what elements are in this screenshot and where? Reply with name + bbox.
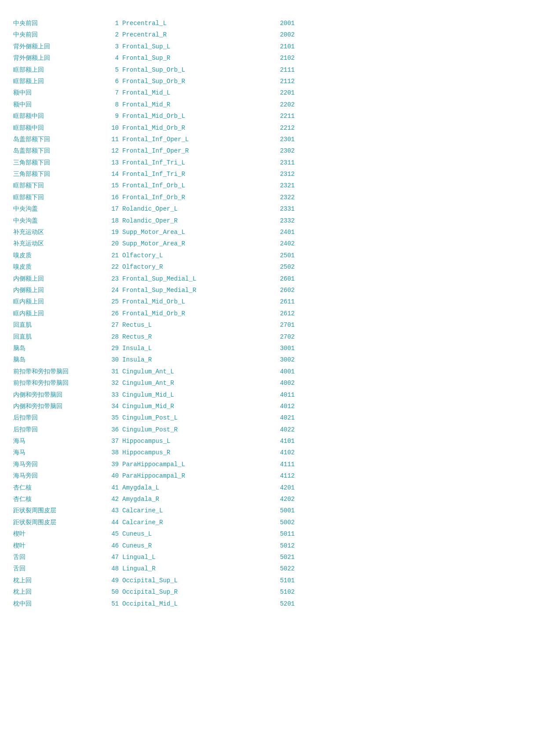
region-code: 2212 <box>260 123 295 133</box>
region-code: 2311 <box>260 158 295 168</box>
region-name: Frontal_Inf_Tri_L <box>119 158 260 168</box>
region-code: 2111 <box>260 65 295 75</box>
region-index: 22 <box>101 262 119 272</box>
table-row: 眶部额中回9Frontal_Mid_Orb_L2211 <box>13 110 521 122</box>
chinese-name: 回直肌 <box>13 332 101 342</box>
chinese-name: 眶部额下回 <box>13 193 101 202</box>
chinese-name: 舌回 <box>13 552 101 562</box>
table-row: 嗅皮质21Olfactory_L2501 <box>13 250 521 261</box>
region-name: Frontal_Mid_Orb_L <box>119 297 260 307</box>
region-code: 2602 <box>260 285 295 295</box>
table-row: 楔叶46Cuneus_R5012 <box>13 540 521 551</box>
region-index: 3 <box>101 42 119 51</box>
region-name: Cingulum_Mid_L <box>119 390 260 400</box>
region-name: Precentral_R <box>119 30 260 40</box>
region-code: 2102 <box>260 53 295 63</box>
region-name: Frontal_Mid_R <box>119 100 260 110</box>
chinese-name: 补充运动区 <box>13 239 101 248</box>
region-code: 2402 <box>260 239 295 248</box>
table-row: 内侧额上回23Frontal_Sup_Medial_L2601 <box>13 273 521 285</box>
region-index: 12 <box>101 146 119 156</box>
region-name: Rolandic_Oper_L <box>119 204 260 214</box>
chinese-name: 背外侧额上回 <box>13 53 101 63</box>
region-index: 39 <box>101 460 119 469</box>
region-index: 19 <box>101 227 119 237</box>
region-name: Frontal_Sup_Medial_L <box>119 274 260 284</box>
region-name: Frontal_Inf_Oper_L <box>119 135 260 144</box>
table-row: 海马37Hippocampus_L4101 <box>13 435 521 447</box>
chinese-name: 杏仁核 <box>13 494 101 504</box>
region-name: Supp_Motor_Area_L <box>119 227 260 237</box>
region-code: 2501 <box>260 251 295 260</box>
table-row: 中央前回1Precentral_L2001 <box>13 18 521 29</box>
region-index: 16 <box>101 193 119 202</box>
table-row: 脑岛30Insula_R3002 <box>13 354 521 365</box>
region-code: 5102 <box>260 587 295 597</box>
region-index: 17 <box>101 204 119 214</box>
region-code: 2331 <box>260 204 295 214</box>
chinese-name: 三角部额下回 <box>13 169 101 179</box>
chinese-name: 中央沟盖 <box>13 204 101 214</box>
chinese-name: 眶部额上回 <box>13 65 101 75</box>
chinese-name: 眶部额中回 <box>13 123 101 133</box>
table-row: 眶部额下回15Frontal_Inf_Orb_L2321 <box>13 180 521 191</box>
region-code: 2302 <box>260 146 295 156</box>
region-code: 5021 <box>260 552 295 562</box>
region-index: 23 <box>101 274 119 284</box>
region-code: 5002 <box>260 518 295 527</box>
table-row: 中央沟盖17Rolandic_Oper_L2331 <box>13 203 521 215</box>
table-row: 岛盖部额下回12Frontal_Inf_Oper_R2302 <box>13 145 521 157</box>
chinese-name: 枕上回 <box>13 576 101 585</box>
region-index: 43 <box>101 506 119 515</box>
region-name: Olfactory_R <box>119 262 260 272</box>
region-code: 2701 <box>260 320 295 330</box>
region-code: 2211 <box>260 111 295 121</box>
region-index: 5 <box>101 65 119 75</box>
region-name: Occipital_Sup_L <box>119 576 260 585</box>
table-row: 脑岛29Insula_L3001 <box>13 343 521 354</box>
region-code: 4111 <box>260 460 295 469</box>
region-name: Hippocampus_R <box>119 448 260 457</box>
table-row: 海马旁回39ParaHippocampal_L4111 <box>13 459 521 470</box>
chinese-name: 距状裂周围皮层 <box>13 518 101 527</box>
region-index: 51 <box>101 599 119 609</box>
chinese-name: 枕上回 <box>13 587 101 597</box>
chinese-name: 内侧和旁扣带脑回 <box>13 402 101 411</box>
region-code: 2702 <box>260 332 295 342</box>
chinese-name: 补充运动区 <box>13 227 101 237</box>
region-name: Calcarine_L <box>119 506 260 515</box>
region-index: 45 <box>101 529 119 539</box>
region-code: 4102 <box>260 448 295 457</box>
region-index: 7 <box>101 88 119 98</box>
region-code: 2001 <box>260 18 295 28</box>
region-name: Amygdala_R <box>119 494 260 504</box>
region-index: 38 <box>101 448 119 457</box>
table-row: 嗅皮质22Olfactory_R2502 <box>13 261 521 273</box>
region-name: Insula_L <box>119 343 260 353</box>
region-name: Frontal_Inf_Oper_R <box>119 146 260 156</box>
region-index: 30 <box>101 355 119 365</box>
chinese-name: 海马 <box>13 436 101 446</box>
region-code: 5001 <box>260 506 295 515</box>
region-code: 4001 <box>260 367 295 376</box>
region-index: 46 <box>101 541 119 551</box>
region-index: 11 <box>101 135 119 144</box>
chinese-name: 脑岛 <box>13 343 101 353</box>
region-name: Cingulum_Mid_R <box>119 402 260 411</box>
region-name: ParaHippocampal_L <box>119 460 260 469</box>
region-code: 4011 <box>260 390 295 400</box>
region-code: 3002 <box>260 355 295 365</box>
region-code: 4202 <box>260 494 295 504</box>
region-code: 3001 <box>260 343 295 353</box>
chinese-name: 背外侧额上回 <box>13 42 101 51</box>
chinese-name: 中央沟盖 <box>13 216 101 226</box>
region-name: Cingulum_Post_R <box>119 425 260 435</box>
region-name: Rolandic_Oper_R <box>119 216 260 226</box>
region-index: 32 <box>101 378 119 388</box>
region-name: Occipital_Mid_L <box>119 599 260 609</box>
region-code: 2322 <box>260 193 295 202</box>
table-row: 背外侧额上回4Frontal_Sup_R2102 <box>13 52 521 64</box>
table-row: 前扣带和旁扣带脑回31Cingulum_Ant_L4001 <box>13 366 521 377</box>
table-row: 距状裂周围皮层44Calcarine_R5002 <box>13 517 521 528</box>
region-name: Insula_R <box>119 355 260 365</box>
